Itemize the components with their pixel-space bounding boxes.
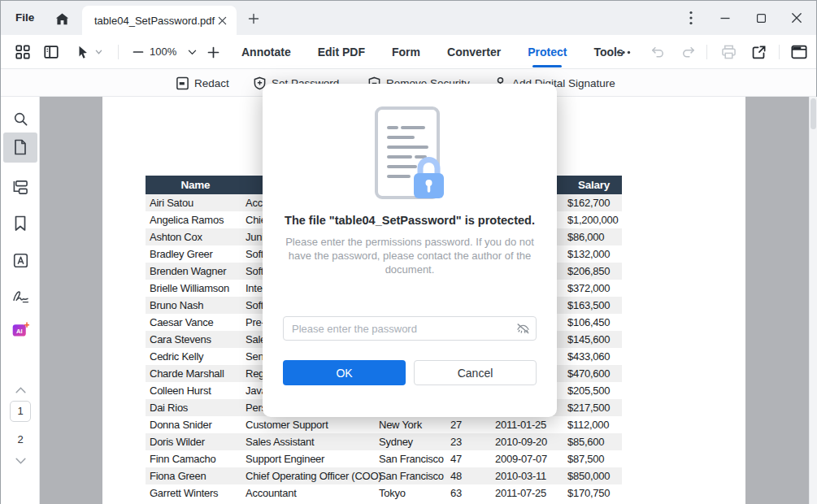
ai-icon: AI (11, 321, 29, 339)
print-button[interactable] (719, 43, 737, 61)
eye-off-icon (516, 323, 530, 335)
maximize-icon (756, 13, 767, 24)
home-icon (54, 11, 70, 27)
tab-annotate[interactable]: Annotate (241, 46, 291, 59)
zoom-level[interactable]: 100% (150, 35, 176, 69)
search-button[interactable] (11, 110, 29, 128)
thumbnail-grid-button[interactable] (14, 43, 32, 61)
window-close-button[interactable] (786, 8, 807, 28)
side-panel-icon (43, 44, 59, 60)
redact-button[interactable]: Redact (176, 69, 229, 97)
select-tool-dropdown[interactable] (93, 43, 103, 61)
col-header-name: Name (146, 176, 246, 194)
zoom-dropdown[interactable] (183, 43, 201, 61)
scrollbar-thumb[interactable] (810, 98, 816, 129)
maximize-button[interactable] (750, 8, 771, 28)
toolbar-divider (706, 45, 707, 59)
ok-button[interactable]: OK (283, 360, 406, 385)
toolbar-divider (779, 45, 780, 59)
share-export-button[interactable] (750, 43, 767, 61)
table-cell: Finn Camacho (146, 450, 246, 467)
toolbar-divider (118, 45, 119, 59)
table-cell: Bradley Greer (146, 245, 246, 263)
vertical-scrollbar[interactable] (809, 97, 817, 504)
tab-close-button[interactable] (215, 14, 228, 27)
chevron-down-icon (95, 50, 102, 54)
menu-kebab-button[interactable] (680, 8, 702, 28)
tab-edit-pdf[interactable]: Edit PDF (318, 46, 365, 59)
zoom-out-button[interactable] (129, 43, 147, 61)
tab-protect[interactable]: Protect (528, 46, 567, 59)
col-header-salary: Salary (566, 176, 622, 194)
tab-converter[interactable]: Converter (447, 46, 501, 59)
next-page-button[interactable] (11, 452, 29, 470)
table-row: Finn CamachoSupport EngineerSan Francisc… (146, 450, 622, 467)
table-cell: Tokyo (379, 484, 450, 502)
page-number-current[interactable]: 1 (10, 401, 31, 422)
minus-icon (133, 46, 144, 58)
table-cell: $163,500 (566, 297, 622, 314)
tab-form[interactable]: Form (392, 46, 420, 59)
signature-icon (12, 289, 29, 303)
table-cell: $170,750 (566, 484, 622, 502)
previous-page-button[interactable] (11, 381, 29, 399)
cursor-icon (76, 45, 90, 59)
letter-a-icon (13, 253, 28, 268)
chevron-up-icon (15, 387, 26, 393)
annotations-panel-button[interactable] (11, 251, 29, 269)
app-window: File table04_SetPassword.pdf (0, 0, 817, 504)
locked-document-icon (373, 105, 446, 201)
zoom-in-button[interactable] (204, 43, 222, 61)
table-cell: 2009-07-07 (495, 450, 566, 467)
table-cell: $217,500 (566, 399, 622, 416)
undo-icon (650, 46, 665, 59)
undo-button[interactable] (649, 43, 667, 61)
table-cell: $205,500 (566, 382, 622, 399)
cancel-button[interactable]: Cancel (414, 360, 537, 385)
document-tab[interactable]: table04_SetPassword.pdf (82, 6, 237, 35)
page-number-2[interactable]: 2 (1, 433, 40, 445)
close-icon (791, 12, 802, 24)
table-row: Fiona GreenChief Operating Officer (COO)… (146, 467, 622, 484)
ribbon-tabs: Annotate Edit PDF Form Converter Protect… (241, 35, 624, 69)
table-cell: $132,000 (566, 245, 622, 263)
file-menu[interactable]: File (15, 1, 34, 35)
toggle-password-visibility-button[interactable] (515, 321, 530, 336)
table-cell: New York (379, 416, 450, 433)
left-sidebar: AI 1 2 (1, 97, 40, 504)
table-cell: 2011-01-25 (495, 416, 566, 433)
table-cell: 2010-03-11 (495, 467, 566, 484)
table-cell: Charde Marshall (146, 365, 246, 382)
reading-layout-button[interactable] (790, 43, 808, 61)
chevron-down-icon (188, 50, 197, 55)
ellipsis-icon (616, 50, 631, 54)
bookmarks-panel-button[interactable] (11, 215, 29, 232)
signature-panel-button[interactable] (11, 287, 29, 305)
reading-layout-icon (791, 45, 807, 59)
table-cell: Colleen Hurst (146, 382, 246, 399)
table-cell: $85,600 (566, 433, 622, 450)
page-thumbnails-button[interactable] (11, 138, 29, 156)
new-tab-button[interactable] (245, 10, 263, 28)
table-cell: Garrett Winters (146, 484, 246, 502)
table-cell: Sydney (379, 433, 450, 450)
table-cell: $206,850 (566, 263, 622, 280)
minimize-button[interactable] (715, 8, 736, 28)
table-cell: 63 (450, 484, 495, 502)
select-tool-button[interactable] (74, 43, 92, 61)
table-cell: $372,000 (566, 280, 622, 297)
side-panel-button[interactable] (42, 43, 60, 61)
ai-assistant-button[interactable]: AI (11, 321, 29, 339)
table-cell: Fiona Green (146, 467, 246, 484)
table-cell: Donna Snider (146, 416, 246, 433)
table-row: Doris WilderSales AssistantSydney232010-… (146, 433, 622, 450)
table-cell: 27 (450, 416, 495, 433)
table-row: Donna SniderCustomer SupportNew York2720… (146, 416, 622, 433)
more-tools-button[interactable] (615, 43, 632, 61)
close-icon (218, 16, 227, 25)
outline-panel-button[interactable] (11, 178, 29, 196)
home-button[interactable] (53, 10, 71, 28)
password-input[interactable] (283, 316, 537, 341)
table-cell: Dai Rios (146, 399, 246, 416)
redo-button[interactable] (680, 43, 697, 61)
